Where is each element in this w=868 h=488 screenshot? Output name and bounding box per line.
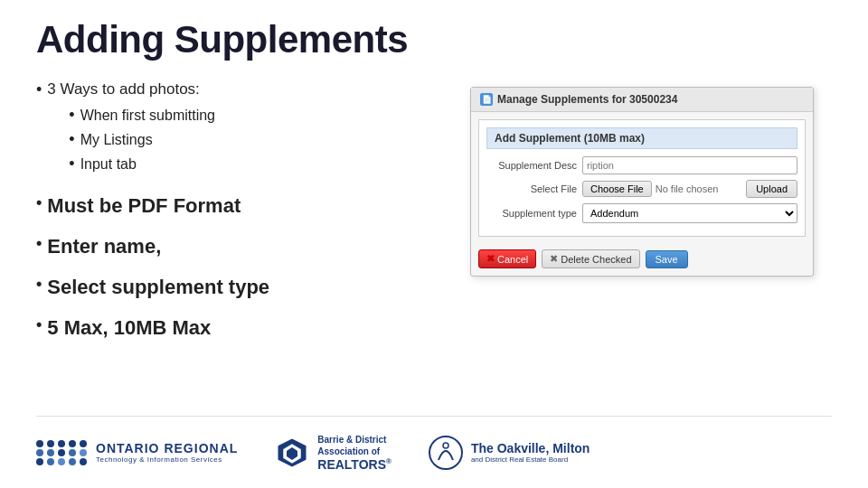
choose-file-button[interactable]: Choose File	[582, 181, 652, 197]
section-header: Add Supplement (10MB max)	[486, 127, 797, 149]
cancel-icon: ✖	[486, 253, 495, 265]
sub-dot-3: •	[69, 152, 74, 176]
sub-dot-1: •	[69, 103, 74, 127]
label-type: Supplement type	[486, 208, 577, 219]
oakville-title: The Oakville, Milton	[471, 441, 590, 456]
bullet-name: • Enter name,	[36, 231, 452, 261]
bullet-dot-pdf: •	[36, 191, 42, 215]
bullet-max: • 5 Max, 10MB Max	[36, 313, 452, 343]
dialog-title-bar: 📄 Manage Supplements for 30500234	[471, 88, 813, 112]
save-button[interactable]: Save	[646, 250, 688, 268]
ontario-title: ONTARIO REGIONAL	[96, 441, 238, 455]
supplement-dialog: 📄 Manage Supplements for 30500234 Add Su…	[470, 87, 814, 277]
sub-bullet-text-2: My Listings	[80, 127, 153, 152]
left-column: • 3 Ways to add photos: • When first sub…	[36, 78, 452, 416]
oakville-text: The Oakville, Milton and District Real E…	[471, 441, 590, 465]
dialog-title: Manage Supplements for 30500234	[497, 93, 677, 106]
bullet-ways: • 3 Ways to add photos: • When first sub…	[36, 78, 452, 180]
ontario-text: ONTARIO REGIONAL Technology & Informatio…	[96, 441, 238, 464]
bullet-pdf-text: Must be PDF Format	[47, 191, 241, 221]
file-input-row: Choose File No file chosen	[582, 181, 741, 197]
bullet-dot: •	[36, 78, 42, 102]
main-container: Adding Supplements • 3 Ways to add photo…	[0, 0, 868, 488]
sub-bullet-text-1: When first submitting	[80, 103, 215, 127]
form-row-type: Supplement type Addendum	[486, 203, 797, 223]
sub-bullet-text-3: Input tab	[80, 152, 137, 176]
sub-bullet-2: • My Listings	[69, 127, 215, 152]
bullet-dot-max: •	[36, 313, 42, 337]
bullet-select-text: Select supplement type	[47, 272, 269, 302]
barrie-line1: Barrie & District	[317, 434, 392, 446]
right-column: 📄 Manage Supplements for 30500234 Add Su…	[470, 78, 832, 416]
content-area: • 3 Ways to add photos: • When first sub…	[36, 78, 832, 416]
bullet-ways-text: 3 Ways to add photos:	[47, 80, 200, 98]
dialog-footer: ✖ Cancel ✖ Delete Checked Save	[471, 244, 813, 276]
barrie-icon	[274, 435, 310, 471]
barrie-text: Barrie & District Association of REALTOR…	[317, 434, 392, 472]
bullet-pdf: • Must be PDF Format	[36, 191, 452, 221]
sub-bullet-1: • When first submitting	[69, 103, 215, 127]
bullet-ways-content: 3 Ways to add photos: • When first submi…	[47, 78, 215, 180]
barrie-reg: ®	[386, 457, 392, 465]
barrie-realtors: REALTORS®	[317, 457, 392, 472]
dialog-body: Add Supplement (10MB max) Supplement Des…	[478, 119, 806, 237]
oakville-icon	[428, 435, 464, 471]
page-title: Adding Supplements	[36, 18, 832, 61]
ontario-subtitle: Technology & Information Services	[96, 455, 238, 464]
ontario-logo: ONTARIO REGIONAL Technology & Informatio…	[36, 440, 238, 465]
bullet-dot-select: •	[36, 272, 42, 296]
upload-button[interactable]: Upload	[746, 180, 797, 198]
svg-point-3	[429, 436, 462, 469]
bullet-select: • Select supplement type	[36, 272, 452, 302]
cancel-label: Cancel	[497, 254, 528, 265]
oakville-logo: The Oakville, Milton and District Real E…	[428, 435, 590, 471]
delete-checked-button[interactable]: ✖ Delete Checked	[542, 249, 639, 268]
barrie-line2: Association of	[317, 446, 392, 457]
sub-dot-2: •	[69, 127, 74, 152]
oakville-subtitle: and District Real Estate Board	[471, 455, 590, 464]
sub-bullet-3: • Input tab	[69, 152, 215, 176]
footer-logos: ONTARIO REGIONAL Technology & Informatio…	[36, 416, 832, 479]
label-desc: Supplement Desc	[486, 160, 577, 171]
delete-icon: ✖	[550, 253, 558, 265]
barrie-logo: Barrie & District Association of REALTOR…	[274, 434, 392, 472]
supplement-type-select[interactable]: Addendum	[582, 203, 797, 223]
sub-bullets: • When first submitting • My Listings • …	[69, 103, 215, 177]
label-file: Select File	[486, 183, 577, 194]
ontario-circles-icon	[36, 440, 89, 465]
doc-icon: 📄	[480, 93, 493, 106]
form-row-desc: Supplement Desc	[486, 156, 797, 174]
bullet-max-text: 5 Max, 10MB Max	[47, 313, 211, 343]
bullet-dot-name: •	[36, 231, 42, 256]
save-label: Save	[656, 254, 678, 265]
form-row-file: Select File Choose File No file chosen U…	[486, 180, 797, 198]
supplement-desc-input[interactable]	[582, 156, 797, 174]
no-file-text: No file chosen	[656, 183, 719, 194]
bullet-name-text: Enter name,	[47, 231, 161, 261]
cancel-button[interactable]: ✖ Cancel	[478, 249, 536, 268]
svg-point-4	[443, 443, 448, 448]
delete-label: Delete Checked	[561, 254, 631, 265]
